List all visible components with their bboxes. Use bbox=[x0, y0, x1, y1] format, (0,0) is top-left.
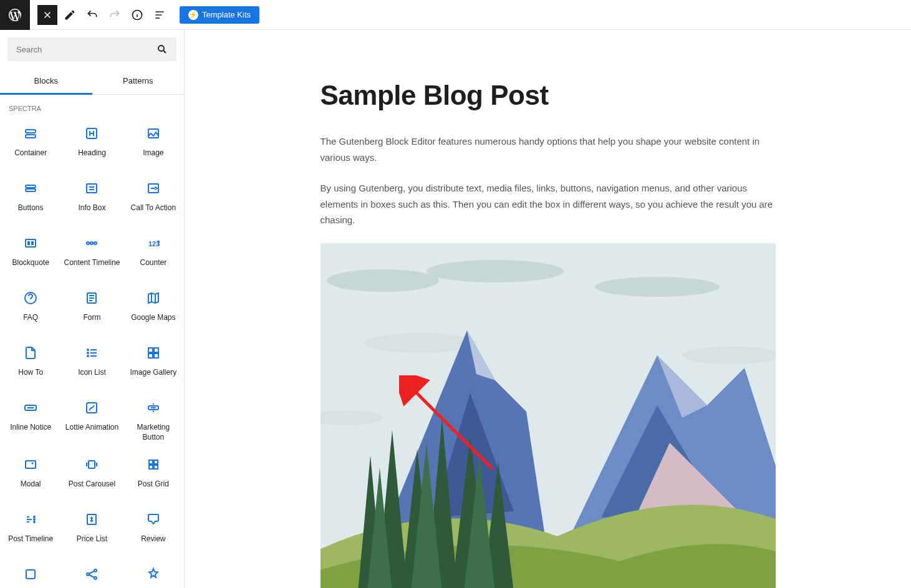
svg-rect-6 bbox=[26, 185, 36, 188]
block-heading[interactable]: Heading bbox=[61, 117, 122, 172]
svg-point-38 bbox=[94, 569, 97, 572]
block-review[interactable]: Review bbox=[123, 503, 184, 558]
svg-point-11 bbox=[87, 242, 89, 244]
featured-image[interactable] bbox=[321, 243, 776, 589]
svg-point-43 bbox=[427, 260, 564, 282]
post-timeline-icon bbox=[23, 512, 38, 527]
modal-icon bbox=[23, 457, 38, 472]
edit-icon[interactable] bbox=[60, 5, 80, 25]
timeline-icon bbox=[84, 236, 99, 251]
svg-point-18 bbox=[87, 352, 89, 354]
star-icon bbox=[146, 567, 161, 582]
svg-point-35 bbox=[34, 521, 35, 523]
block-image[interactable]: Image bbox=[123, 117, 184, 172]
search-input[interactable] bbox=[16, 45, 157, 54]
svg-point-33 bbox=[34, 516, 35, 518]
svg-rect-22 bbox=[148, 354, 153, 358]
form-icon bbox=[84, 291, 99, 306]
block-buttons[interactable]: Buttons bbox=[0, 172, 61, 227]
pricelist-icon bbox=[84, 512, 99, 527]
info-box-icon bbox=[84, 181, 99, 196]
svg-point-13 bbox=[90, 242, 93, 244]
tab-blocks[interactable]: Blocks bbox=[0, 69, 92, 95]
search-input-wrapper[interactable] bbox=[7, 37, 176, 61]
icon-list-icon bbox=[84, 345, 99, 360]
close-inserter-button[interactable] bbox=[37, 5, 57, 25]
wordpress-logo[interactable] bbox=[0, 0, 30, 30]
faq-icon bbox=[23, 291, 38, 306]
paragraph-2[interactable]: By using Gutenberg, you distribute text,… bbox=[321, 180, 776, 228]
block-form[interactable]: Form bbox=[61, 282, 122, 337]
svg-point-12 bbox=[94, 242, 97, 244]
block-list[interactable]: SPECTRA Container Heading Image Buttons … bbox=[0, 95, 184, 588]
cta-icon bbox=[146, 181, 161, 196]
marketing-icon bbox=[146, 400, 161, 415]
redo-icon[interactable] bbox=[105, 5, 125, 25]
undo-icon[interactable] bbox=[82, 5, 102, 25]
block-image-gallery[interactable]: Image Gallery bbox=[123, 337, 184, 392]
container-icon bbox=[23, 126, 38, 141]
block-post-grid[interactable]: Post Grid bbox=[123, 448, 184, 503]
block-icon-list[interactable]: Icon List bbox=[61, 337, 122, 392]
svg-point-17 bbox=[87, 349, 89, 350]
list-view-icon[interactable] bbox=[150, 5, 170, 25]
block-extra-2[interactable] bbox=[61, 558, 122, 588]
paragraph-1[interactable]: The Gutenberg Block Editor features nume… bbox=[321, 133, 776, 165]
blockquote-icon bbox=[23, 236, 38, 251]
svg-rect-30 bbox=[154, 460, 158, 464]
block-blockquote[interactable]: Blockquote bbox=[0, 227, 61, 282]
category-label: SPECTRA bbox=[0, 95, 184, 117]
howto-icon bbox=[23, 345, 38, 360]
svg-rect-37 bbox=[26, 570, 35, 579]
lottie-icon bbox=[84, 400, 99, 415]
image-icon bbox=[146, 126, 161, 141]
grid-icon bbox=[146, 457, 161, 472]
svg-rect-10 bbox=[26, 239, 36, 247]
svg-point-40 bbox=[94, 577, 97, 579]
block-info-box[interactable]: Info Box bbox=[61, 172, 122, 227]
top-toolbar: ⚡ Template Kits bbox=[0, 0, 911, 30]
svg-rect-3 bbox=[26, 135, 36, 138]
block-faq[interactable]: FAQ bbox=[0, 282, 61, 337]
block-counter[interactable]: 123Counter bbox=[123, 227, 184, 282]
counter-icon: 123 bbox=[146, 236, 161, 251]
svg-rect-8 bbox=[87, 184, 97, 193]
svg-rect-29 bbox=[149, 460, 153, 464]
template-kits-button[interactable]: ⚡ Template Kits bbox=[180, 6, 259, 24]
carousel-icon bbox=[84, 457, 99, 472]
search-icon bbox=[157, 44, 168, 55]
tab-patterns[interactable]: Patterns bbox=[92, 69, 185, 94]
svg-rect-31 bbox=[149, 465, 153, 469]
notice-icon bbox=[23, 400, 38, 415]
post-title[interactable]: Sample Blog Post bbox=[321, 80, 776, 111]
buttons-icon bbox=[23, 181, 38, 196]
bolt-icon: ⚡ bbox=[188, 10, 198, 20]
block-price-list[interactable]: Price List bbox=[61, 503, 122, 558]
svg-rect-20 bbox=[148, 348, 153, 352]
block-container[interactable]: Container bbox=[0, 117, 61, 172]
svg-rect-2 bbox=[26, 130, 36, 133]
block-modal[interactable]: Modal bbox=[0, 448, 61, 503]
block-lottie[interactable]: Lottie Animation bbox=[61, 392, 122, 448]
svg-point-44 bbox=[595, 277, 720, 297]
svg-point-42 bbox=[327, 269, 439, 292]
block-post-timeline[interactable]: Post Timeline bbox=[0, 503, 61, 558]
template-kits-label: Template Kits bbox=[202, 10, 251, 19]
block-inserter-panel: Blocks Patterns SPECTRA Container Headin… bbox=[0, 30, 185, 588]
block-post-carousel[interactable]: Post Carousel bbox=[61, 448, 122, 503]
block-cta[interactable]: Call To Action bbox=[123, 172, 184, 227]
block-how-to[interactable]: How To bbox=[0, 337, 61, 392]
block-inline-notice[interactable]: Inline Notice bbox=[0, 392, 61, 448]
svg-rect-27 bbox=[26, 461, 36, 468]
heading-icon bbox=[84, 126, 99, 141]
block-marketing-button[interactable]: Marketing Button bbox=[123, 392, 184, 448]
info-icon[interactable] bbox=[127, 5, 147, 25]
review-icon bbox=[146, 512, 161, 527]
block-content-timeline[interactable]: Content Timeline bbox=[61, 227, 122, 282]
gallery-icon bbox=[146, 345, 161, 360]
svg-point-19 bbox=[87, 355, 89, 357]
block-extra-3[interactable] bbox=[123, 558, 184, 588]
block-extra-1[interactable] bbox=[0, 558, 61, 588]
editor-canvas[interactable]: Sample Blog Post The Gutenberg Block Edi… bbox=[185, 30, 911, 588]
block-google-maps[interactable]: Google Maps bbox=[123, 282, 184, 337]
